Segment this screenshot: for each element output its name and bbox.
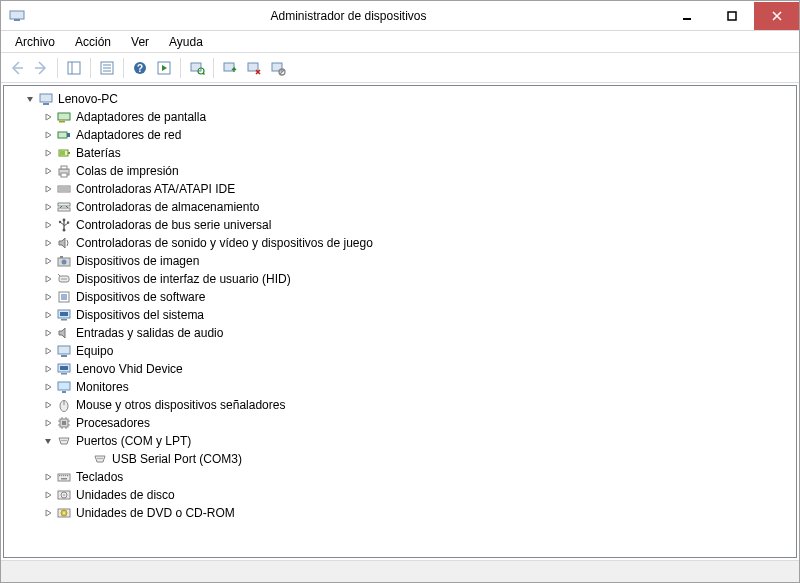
keyboard-icon — [56, 469, 72, 485]
svg-point-83 — [101, 458, 102, 459]
tree-category[interactable]: Controladoras de almacenamiento — [6, 198, 794, 216]
help-button[interactable]: ? — [128, 56, 152, 80]
scan-hardware-button[interactable] — [185, 56, 209, 80]
dvd-drive-icon — [56, 505, 72, 521]
svg-rect-90 — [61, 478, 67, 480]
expander-open-icon[interactable] — [24, 93, 36, 105]
expander-closed-icon[interactable] — [42, 129, 54, 141]
expander-closed-icon[interactable] — [42, 165, 54, 177]
hid-icon — [56, 271, 72, 287]
tree-category[interactable]: Controladoras de sonido y vídeo y dispos… — [6, 234, 794, 252]
expander-closed-icon[interactable] — [42, 291, 54, 303]
tree-category[interactable]: Dispositivos de interfaz de usuario (HID… — [6, 270, 794, 288]
menu-ayuda[interactable]: Ayuda — [159, 33, 213, 51]
tree-category[interactable]: Unidades de disco — [6, 486, 794, 504]
show-hide-tree-button[interactable] — [62, 56, 86, 80]
expander-closed-icon[interactable] — [42, 345, 54, 357]
minimize-button[interactable] — [664, 2, 709, 30]
expander-closed-icon — [78, 453, 90, 465]
expander-closed-icon[interactable] — [42, 237, 54, 249]
properties-button[interactable] — [95, 56, 119, 80]
menu-ver[interactable]: Ver — [121, 33, 159, 51]
svg-text:?: ? — [137, 63, 143, 74]
tree-category[interactable]: Controladoras ATA/ATAPI IDE — [6, 180, 794, 198]
expander-closed-icon[interactable] — [42, 183, 54, 195]
menu-archivo[interactable]: Archivo — [5, 33, 65, 51]
monitor-icon — [56, 379, 72, 395]
svg-rect-28 — [68, 152, 70, 154]
expander-closed-icon[interactable] — [42, 417, 54, 429]
system-device-icon — [56, 361, 72, 377]
expander-closed-icon[interactable] — [42, 381, 54, 393]
tree-category[interactable]: Entradas y salidas de audio — [6, 324, 794, 342]
action-button[interactable] — [152, 56, 176, 80]
tree-node-label: Adaptadores de red — [76, 128, 181, 142]
svg-point-80 — [65, 440, 66, 441]
expander-closed-icon[interactable] — [42, 507, 54, 519]
back-button[interactable] — [5, 56, 29, 80]
tree-node-label: Controladoras de sonido y vídeo y dispos… — [76, 236, 373, 250]
expander-closed-icon[interactable] — [42, 219, 54, 231]
expander-closed-icon[interactable] — [42, 273, 54, 285]
tree-category[interactable]: Equipo — [6, 342, 794, 360]
tree-node-label: Controladoras de almacenamiento — [76, 200, 259, 214]
ide-controller-icon — [56, 181, 72, 197]
tree-node-label: Lenovo Vhid Device — [76, 362, 183, 376]
device-tree-pane[interactable]: Lenovo-PCAdaptadores de pantallaAdaptado… — [3, 85, 797, 558]
menubar: Archivo Acción Ver Ayuda — [1, 31, 799, 53]
svg-point-40 — [63, 219, 66, 222]
statusbar — [1, 560, 799, 582]
tree-category[interactable]: Controladoras de bus serie universal — [6, 216, 794, 234]
tree-category[interactable]: Unidades de DVD o CD-ROM — [6, 504, 794, 522]
tree-category[interactable]: Dispositivos de imagen — [6, 252, 794, 270]
expander-closed-icon[interactable] — [42, 327, 54, 339]
expander-closed-icon[interactable] — [42, 363, 54, 375]
svg-point-50 — [63, 278, 65, 280]
svg-point-42 — [59, 221, 61, 223]
expander-open-icon[interactable] — [42, 435, 54, 447]
svg-rect-24 — [59, 121, 65, 123]
tree-category[interactable]: Teclados — [6, 468, 794, 486]
tree-root[interactable]: Lenovo-PC — [6, 90, 794, 108]
tree-category[interactable]: Puertos (COM y LPT) — [6, 432, 794, 450]
tree-node-label: Adaptadores de pantalla — [76, 110, 206, 124]
svg-rect-65 — [62, 391, 66, 393]
expander-closed-icon[interactable] — [42, 255, 54, 267]
svg-rect-87 — [63, 475, 64, 476]
display-adapter-icon — [56, 109, 72, 125]
tree-category[interactable]: Procesadores — [6, 414, 794, 432]
tree-node-label: Unidades de disco — [76, 488, 175, 502]
forward-button[interactable] — [29, 56, 53, 80]
uninstall-device-button[interactable] — [242, 56, 266, 80]
tree-category[interactable]: Lenovo Vhid Device — [6, 360, 794, 378]
disable-device-button[interactable] — [266, 56, 290, 80]
storage-controller-icon — [56, 199, 72, 215]
menu-accion[interactable]: Acción — [65, 33, 121, 51]
expander-closed-icon[interactable] — [42, 201, 54, 213]
svg-rect-69 — [62, 421, 66, 425]
expander-closed-icon[interactable] — [42, 471, 54, 483]
expander-closed-icon[interactable] — [42, 489, 54, 501]
tree-node-label: USB Serial Port (COM3) — [112, 452, 242, 466]
svg-rect-85 — [59, 475, 60, 476]
expander-closed-icon[interactable] — [42, 111, 54, 123]
tree-category[interactable]: Dispositivos de software — [6, 288, 794, 306]
tree-category[interactable]: Adaptadores de red — [6, 126, 794, 144]
expander-closed-icon[interactable] — [42, 309, 54, 321]
expander-closed-icon[interactable] — [42, 147, 54, 159]
expander-closed-icon[interactable] — [42, 399, 54, 411]
imaging-device-icon — [56, 253, 72, 269]
tree-category[interactable]: Adaptadores de pantalla — [6, 108, 794, 126]
tree-category[interactable]: Baterías — [6, 144, 794, 162]
update-driver-button[interactable] — [218, 56, 242, 80]
tree-category[interactable]: Colas de impresión — [6, 162, 794, 180]
tree-category[interactable]: Mouse y otros dispositivos señaladores — [6, 396, 794, 414]
tree-category[interactable]: Dispositivos del sistema — [6, 306, 794, 324]
close-button[interactable] — [754, 2, 799, 30]
tree-node-label: Baterías — [76, 146, 121, 160]
tree-device[interactable]: USB Serial Port (COM3) — [6, 450, 794, 468]
toolbar-separator — [57, 58, 58, 78]
network-adapter-icon — [56, 127, 72, 143]
maximize-button[interactable] — [709, 2, 754, 30]
tree-category[interactable]: Monitores — [6, 378, 794, 396]
